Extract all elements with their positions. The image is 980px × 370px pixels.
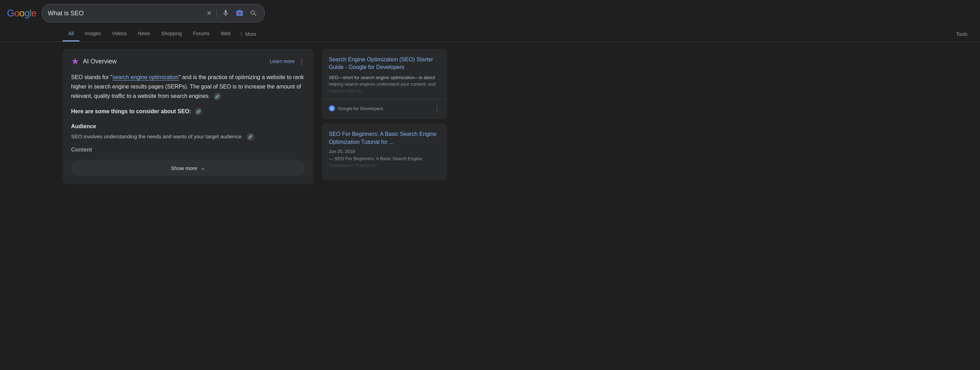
site-favicon-1: G (329, 105, 335, 112)
ai-highlight-text: search engine optimization (113, 74, 179, 80)
ai-overview-label: AI Overview (83, 58, 117, 65)
ai-overview-title: AI Overview (71, 57, 117, 65)
ai-star-icon (71, 57, 80, 65)
ai-intro-text: SEO stands for " (71, 74, 113, 80)
chevron-down-icon: ⌄ (200, 165, 205, 171)
tab-forums[interactable]: Forums (187, 27, 215, 41)
ai-header-actions: Learn more ⋮ (270, 57, 305, 65)
left-panel: AI Overview Learn more ⋮ SEO stands for … (63, 49, 313, 184)
source-footer-1: G Google for Developers ⋮ (329, 105, 440, 112)
show-more-label: Show more (171, 165, 197, 171)
tab-shopping[interactable]: Shopping (156, 27, 187, 41)
audience-text: SEO involves understanding the needs and… (71, 132, 305, 141)
citation-link-icon-1[interactable]: 🔗 (213, 92, 221, 100)
main-content: AI Overview Learn more ⋮ SEO stands for … (0, 42, 488, 191)
ai-options-button[interactable]: ⋮ (298, 57, 305, 65)
ai-audience-section: Audience SEO involves understanding the … (71, 121, 305, 141)
tools-button[interactable]: Tools (950, 27, 973, 41)
clear-search-button[interactable]: ✕ (205, 8, 213, 19)
source-card-2: SEO For Beginners: A Basic Search Engine… (322, 123, 447, 180)
ai-section-heading-paragraph: Here are some things to consider about S… (71, 107, 305, 116)
more-tabs-button[interactable]: ⋮ More (236, 27, 259, 41)
divider-1 (322, 99, 447, 99)
header: Google What is SEO ✕ (0, 0, 980, 27)
audience-text-content: SEO involves understanding the needs and… (71, 134, 243, 139)
more-label: More (245, 31, 256, 37)
clear-icon: ✕ (207, 10, 212, 17)
source-description-2: — SEO For Beginners: A Basic Search Engi… (329, 155, 440, 169)
source-description-1: SEO—short for search engine optimization… (329, 74, 440, 95)
source-options-button-1[interactable]: ⋮ (434, 105, 440, 112)
ai-overview-card: AI Overview Learn more ⋮ SEO stands for … (63, 49, 313, 184)
source-date-2: Jun 25, 2018 (329, 149, 440, 154)
tab-videos[interactable]: Videos (106, 27, 132, 41)
search-submit-button[interactable] (248, 8, 259, 19)
ai-body: SEO stands for "search engine optimizati… (71, 72, 305, 154)
tab-all[interactable]: All (63, 27, 80, 41)
show-more-button[interactable]: Show more ⌄ (71, 160, 305, 176)
right-panel: Search Engine Optimization (SEO) Starter… (322, 49, 447, 184)
image-search-button[interactable] (234, 8, 245, 19)
lens-icon (236, 10, 243, 17)
google-logo: Google (7, 8, 36, 19)
mic-icon (222, 10, 229, 17)
tab-images[interactable]: Images (80, 27, 107, 41)
citation-link-icon-3[interactable]: 🔗 (247, 133, 254, 141)
ai-section-heading: Here are some things to consider about S… (71, 108, 191, 114)
learn-more-button[interactable]: Learn more (270, 59, 294, 64)
voice-search-button[interactable] (220, 8, 231, 19)
search-bar[interactable]: What is SEO ✕ (42, 4, 265, 22)
search-input[interactable]: What is SEO (48, 10, 202, 17)
tab-web[interactable]: Web (215, 27, 237, 41)
audience-heading: Audience (71, 121, 305, 131)
source-card-1: Search Engine Optimization (SEO) Starter… (322, 49, 447, 119)
site-name-1: Google for Developers (338, 106, 383, 111)
citation-link-icon-2[interactable]: 🔗 (195, 108, 202, 115)
tab-news[interactable]: News (132, 27, 156, 41)
ai-intro-paragraph: SEO stands for "search engine optimizati… (71, 72, 305, 101)
search-icon (250, 10, 257, 17)
source-title-2[interactable]: SEO For Beginners: A Basic Search Engine… (329, 130, 440, 146)
more-dots-icon: ⋮ (239, 31, 244, 37)
ai-overview-header: AI Overview Learn more ⋮ (71, 57, 305, 65)
divider (216, 9, 217, 18)
source-site-info-1: G Google for Developers (329, 105, 383, 112)
nav-tabs: All Images Videos News Shopping Forums W… (0, 27, 980, 42)
source-title-1[interactable]: Search Engine Optimization (SEO) Starter… (329, 56, 440, 72)
svg-point-0 (239, 12, 241, 14)
content-heading: Content (71, 145, 305, 154)
